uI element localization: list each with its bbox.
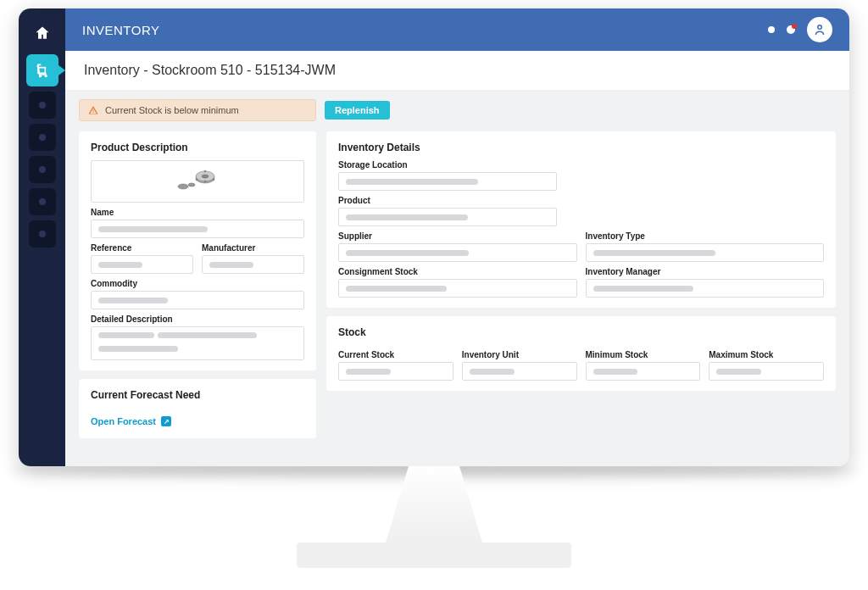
consignment-input[interactable]: [338, 279, 577, 298]
maximum-stock-input[interactable]: [709, 362, 824, 381]
inventory-details-card: Inventory Details Storage Location Produ…: [326, 131, 836, 308]
maximum-stock-label: Maximum Stock: [709, 350, 824, 359]
svg-point-5: [188, 183, 195, 186]
sidebar: [19, 8, 65, 466]
breadcrumb: Inventory - Stockroom 510 - 515134-JWM: [65, 51, 849, 91]
forecast-card: Current Forecast Need Open Forecast ↗: [79, 379, 316, 438]
sidebar-item-4[interactable]: [29, 124, 56, 151]
manufacturer-input[interactable]: [202, 255, 304, 274]
monitor-stand-neck: [383, 466, 485, 551]
sidebar-item-6[interactable]: [29, 188, 56, 215]
cart-icon: [34, 62, 51, 79]
svg-point-10: [213, 179, 214, 181]
inventory-unit-label: Inventory Unit: [462, 350, 577, 359]
external-link-icon: ↗: [161, 416, 171, 426]
svg-point-2: [45, 75, 47, 77]
stock-card: Stock Current Stock Inventory Unit: [326, 316, 836, 391]
content: Inventory - Stockroom 510 - 515134-JWM C…: [65, 51, 849, 466]
svg-point-8: [202, 175, 209, 178]
detailed-desc-input[interactable]: [91, 326, 304, 360]
topbar-right: [768, 17, 832, 42]
gears-icon: [168, 166, 227, 197]
sidebar-item-7[interactable]: [29, 220, 56, 248]
alert-row: Current Stock is below minimum Replenish: [79, 99, 836, 121]
inventory-manager-input[interactable]: [586, 279, 825, 298]
reference-input[interactable]: [91, 255, 193, 274]
open-forecast-link[interactable]: Open Forecast ↗: [91, 416, 171, 426]
product-image: [91, 160, 304, 203]
sidebar-item-3[interactable]: [29, 92, 56, 119]
alert-low-stock: Current Stock is below minimum: [79, 99, 316, 121]
svg-point-9: [196, 179, 198, 181]
forecast-title: Current Forecast Need: [91, 389, 304, 401]
product-label: Product: [338, 196, 824, 205]
right-column: Inventory Details Storage Location Produ…: [326, 131, 836, 438]
alert-text: Current Stock is below minimum: [105, 105, 239, 115]
avatar[interactable]: [807, 17, 832, 42]
svg-point-12: [204, 181, 206, 182]
dot-icon: [39, 102, 46, 109]
svg-point-3: [818, 25, 822, 30]
minimum-stock-label: Minimum Stock: [586, 350, 701, 359]
commodity-label: Commodity: [91, 279, 304, 288]
replenish-button[interactable]: Replenish: [325, 101, 390, 120]
main-area: INVENTORY Inventory - Stockroom 510 - 51…: [65, 8, 849, 466]
sidebar-item-inventory[interactable]: [26, 54, 58, 86]
dot-icon: [39, 231, 46, 237]
svg-point-11: [204, 170, 206, 172]
person-icon: [812, 22, 827, 37]
notification-badge: [792, 24, 797, 29]
consignment-label: Consignment Stock: [338, 267, 577, 276]
sidebar-item-5[interactable]: [29, 156, 56, 183]
product-input[interactable]: [338, 208, 557, 226]
dot-icon: [39, 198, 46, 205]
page-title: INVENTORY: [82, 23, 159, 37]
app-window: INVENTORY Inventory - Stockroom 510 - 51…: [19, 8, 849, 466]
current-stock-label: Current Stock: [338, 350, 453, 359]
topbar: INVENTORY: [65, 8, 849, 51]
sidebar-item-home[interactable]: [26, 17, 58, 49]
left-column: Product Description: [79, 131, 316, 438]
dot-icon: [39, 166, 46, 173]
minimum-stock-input[interactable]: [586, 362, 701, 381]
commodity-input[interactable]: [91, 291, 304, 309]
name-label: Name: [91, 208, 304, 217]
inventory-type-label: Inventory Type: [586, 231, 825, 241]
inventory-manager-label: Inventory Manager: [586, 267, 825, 276]
storage-location-label: Storage Location: [338, 160, 824, 170]
card-title: Inventory Details: [338, 142, 824, 153]
supplier-label: Supplier: [338, 231, 577, 241]
inventory-unit-input[interactable]: [462, 362, 577, 381]
svg-point-1: [39, 75, 41, 77]
card-title: Product Description: [91, 142, 304, 153]
supplier-input[interactable]: [338, 243, 577, 262]
detailed-desc-label: Detailed Description: [91, 314, 304, 324]
svg-point-4: [178, 184, 188, 189]
current-stock-input[interactable]: [338, 362, 453, 381]
product-description-card: Product Description: [79, 131, 316, 370]
dot-icon: [39, 134, 46, 141]
warning-icon: [88, 105, 98, 115]
forecast-link-label: Open Forecast: [91, 416, 156, 426]
content-body: Current Stock is below minimum Replenish…: [65, 91, 849, 452]
name-input[interactable]: [91, 220, 304, 238]
home-icon: [34, 25, 51, 42]
notification-icon[interactable]: [787, 25, 795, 34]
manufacturer-label: Manufacturer: [202, 243, 304, 253]
stock-title: Stock: [338, 326, 824, 338]
reference-label: Reference: [91, 243, 193, 253]
inventory-type-input[interactable]: [586, 243, 825, 262]
storage-location-input[interactable]: [338, 172, 557, 191]
status-indicator[interactable]: [768, 26, 775, 33]
monitor-stand-base: [297, 543, 571, 568]
